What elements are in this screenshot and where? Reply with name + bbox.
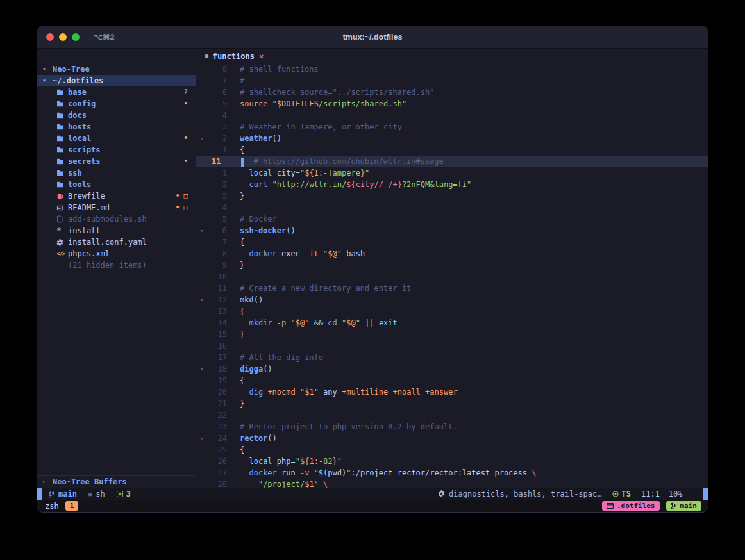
tree-item-config[interactable]: config• xyxy=(37,98,196,110)
code-line[interactable]: 5source "$DOTFILES/scripts/shared.sh" xyxy=(196,98,708,110)
code-text: } xyxy=(227,329,244,340)
tmux-branch-badge[interactable]: main xyxy=(666,501,702,511)
code-line[interactable]: 25{ xyxy=(196,444,708,456)
neo-tree-header[interactable]: ▾ Neo-Tree xyxy=(37,63,196,75)
desktop: ⌥⌘2 tmux:~/.dotfiles ▾ Neo-Tree ▾ ~/.dot… xyxy=(0,0,745,560)
code-line[interactable]: 11 # https://github.com/chubin/wttr.in#u… xyxy=(196,156,708,167)
tree-root-item[interactable]: ▾ ~/.dotfiles xyxy=(37,75,196,86)
git-status-badge: ? xyxy=(183,86,188,98)
tree-item-Brewfile[interactable]: Brewfile•□ xyxy=(37,190,196,202)
code-line[interactable]: 13{ xyxy=(196,306,708,317)
code-line[interactable]: 7# xyxy=(196,75,708,86)
tree-item-phpcs.xml[interactable]: </>phpcs.xml xyxy=(37,248,196,259)
minimize-window-button[interactable] xyxy=(59,33,67,41)
line-number: 25 xyxy=(210,444,227,456)
line-number: 14 xyxy=(210,317,227,329)
code-line[interactable]: ▾24rector() xyxy=(196,432,708,444)
tab-functions[interactable]: ■ functions × xyxy=(205,51,264,61)
tree-item-docs[interactable]: docs xyxy=(37,110,196,121)
line-number: 1 xyxy=(210,167,227,179)
tree-item-base[interactable]: base? xyxy=(37,86,196,98)
code-line[interactable]: 11# Create a new directory and enter it xyxy=(196,283,708,294)
titlebar[interactable]: ⌥⌘2 tmux:~/.dotfiles xyxy=(37,26,708,49)
tree-item-secrets[interactable]: secrets• xyxy=(37,156,196,167)
code-text: ▏ curl "http://wttr.in/${city// /+}?2nFQ… xyxy=(227,179,471,190)
code-line[interactable]: 23# Rector project to php version 8.2 by… xyxy=(196,421,708,432)
fold-column xyxy=(196,329,210,340)
code-line[interactable]: 9} xyxy=(196,259,708,271)
git-status-badges: • xyxy=(183,98,196,110)
code-line[interactable]: 1▏ local city="${1:-Tampere}" xyxy=(196,167,708,179)
code-line[interactable]: 6# shellcheck source="../scripts/shared.… xyxy=(196,86,708,98)
tree-item-label: README.md xyxy=(68,202,110,213)
code-line[interactable]: 14▏ mkdir -p "$@" && cd "$@" || exit xyxy=(196,317,708,329)
fold-chevron-icon[interactable]: ▾ xyxy=(196,363,210,375)
code-line[interactable]: 20▏ dig +nocmd "$1" any +multiline +noal… xyxy=(196,386,708,398)
tree-item-install.conf.yaml[interactable]: install.conf.yaml xyxy=(37,236,196,248)
filetype-label: sh xyxy=(96,490,105,498)
code-line[interactable]: 5# Docker xyxy=(196,213,708,225)
tmux-session-badge[interactable]: .dotfiles xyxy=(602,501,660,511)
code-line[interactable]: 15} xyxy=(196,329,708,340)
code-line[interactable]: ▾18digga() xyxy=(196,363,708,375)
code-line[interactable]: 16 xyxy=(196,340,708,352)
zoom-window-button[interactable] xyxy=(72,33,80,41)
fold-chevron-icon[interactable]: ▾ xyxy=(196,133,210,144)
code-line[interactable]: 1{ xyxy=(196,144,708,156)
tmux-branch-name: main xyxy=(680,502,698,510)
code-line[interactable]: 22 xyxy=(196,409,708,421)
editor-pane: ■ functions × 8# shell functions7#6# she… xyxy=(196,49,708,488)
code-line[interactable]: 3# Weather in Tampere, or other city xyxy=(196,121,708,133)
tabline: ■ functions × xyxy=(196,49,708,63)
code-line[interactable]: 4 xyxy=(196,202,708,213)
tree-item-README.md[interactable]: README.md•□ xyxy=(37,202,196,213)
code-line[interactable]: 4 xyxy=(196,110,708,121)
tree-item-tools[interactable]: tools xyxy=(37,179,196,190)
tree-item-add-submodules.sh[interactable]: add-submodules.sh xyxy=(37,213,196,225)
tree-item-scripts[interactable]: scripts xyxy=(37,144,196,156)
branch-name: main xyxy=(58,490,77,498)
close-buffer-icon[interactable]: × xyxy=(259,51,264,61)
git-status-badges: ? xyxy=(183,86,196,98)
neo-tree-buffers-section[interactable]: ▸ Neo-Tree Buffers xyxy=(37,475,196,488)
code-line[interactable]: 17# All the dig info xyxy=(196,352,708,363)
code-line[interactable]: ▾12mkd() xyxy=(196,294,708,306)
code-line[interactable]: 2▏ curl "http://wttr.in/${city// /+}?2nF… xyxy=(196,179,708,190)
git-branch-section: main xyxy=(48,490,77,498)
line-number: 6 xyxy=(210,225,227,236)
line-number: 11 xyxy=(210,156,228,167)
tree-item-ssh[interactable]: ssh xyxy=(37,167,196,179)
tree-item-label: tools xyxy=(68,179,91,190)
code-line[interactable]: 21} xyxy=(196,398,708,409)
code-line[interactable]: 3} xyxy=(196,190,708,202)
chevron-right-icon: ▸ xyxy=(42,476,53,488)
fold-column xyxy=(196,375,210,386)
tree-item-local[interactable]: local• xyxy=(37,133,196,144)
chevron-down-icon: ▾ xyxy=(42,63,53,75)
code-text: ssh-docker() xyxy=(227,225,296,236)
code-line[interactable]: 8▏ docker exec -it "$@" bash xyxy=(196,248,708,259)
buffer-content[interactable]: 8# shell functions7#6# shellcheck source… xyxy=(196,63,708,488)
code-line[interactable]: ▾2weather() xyxy=(196,133,708,144)
line-number: 1 xyxy=(210,144,227,156)
tmux-window-badge[interactable]: 1 xyxy=(65,501,79,511)
git-branch-icon xyxy=(48,490,55,498)
code-line[interactable]: 26▏ local php="${1:-82}" xyxy=(196,456,708,467)
code-line[interactable]: 8# shell functions xyxy=(196,63,708,75)
fold-chevron-icon[interactable]: ▾ xyxy=(196,225,210,236)
fold-column xyxy=(196,179,210,190)
code-line[interactable]: 7{ xyxy=(196,236,708,248)
code-line[interactable]: 19{ xyxy=(196,375,708,386)
fold-chevron-icon[interactable]: ▾ xyxy=(196,294,210,306)
code-line[interactable]: 28▏ "/project/$1" \ xyxy=(196,479,708,488)
code-line[interactable]: 27▏ docker run -v "$(pwd)":/project rect… xyxy=(196,467,708,479)
code-line[interactable]: 10 xyxy=(196,271,708,283)
code-line[interactable]: ▾6ssh-docker() xyxy=(196,225,708,236)
close-window-button[interactable] xyxy=(46,33,54,41)
tree-item-install[interactable]: *install xyxy=(37,225,196,236)
code-text: ▏ mkdir -p "$@" && cd "$@" || exit xyxy=(227,317,398,329)
tree-item-hosts[interactable]: hosts xyxy=(37,121,196,133)
fold-chevron-icon[interactable]: ▾ xyxy=(196,432,210,444)
line-number: 2 xyxy=(210,179,227,190)
tree-item-21hiddenitems[interactable]: (21 hidden items) xyxy=(37,259,196,271)
